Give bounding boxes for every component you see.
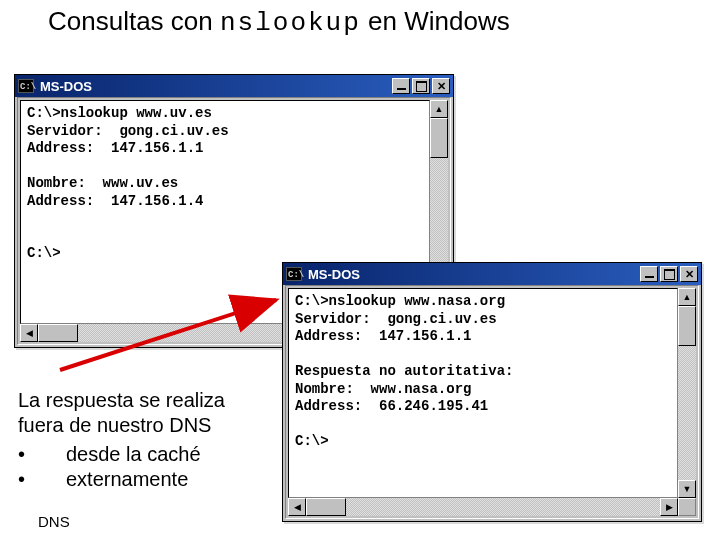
window-title: MS-DOS xyxy=(308,267,638,282)
scroll-up-button[interactable]: ▲ xyxy=(678,288,696,306)
scroll-down-button[interactable]: ▼ xyxy=(678,480,696,498)
title-segment: Consultas con xyxy=(48,6,220,36)
note-bullet: externamente xyxy=(18,467,278,492)
client-area: C:\>nslookup www.nasa.org Servidor: gong… xyxy=(285,285,699,519)
vertical-scrollbar[interactable]: ▲ ▼ xyxy=(678,288,696,498)
maximize-button[interactable] xyxy=(660,266,678,282)
console-output[interactable]: C:\>nslookup www.nasa.org Servidor: gong… xyxy=(288,288,678,498)
scroll-thumb[interactable] xyxy=(38,324,78,342)
horizontal-scrollbar[interactable]: ◀ ▶ xyxy=(288,498,678,516)
close-button[interactable] xyxy=(680,266,698,282)
slide-title: Consultas con nslookup en Windows xyxy=(48,6,510,38)
note-bullet: desde la caché xyxy=(18,442,278,467)
minimize-button[interactable] xyxy=(392,78,410,94)
note-line: fuera de nuestro DNS xyxy=(18,413,278,438)
note-line: La respuesta se realiza xyxy=(18,388,278,413)
scroll-track[interactable] xyxy=(306,498,660,516)
window-title: MS-DOS xyxy=(40,79,390,94)
console-icon: C:\ xyxy=(18,79,34,93)
scroll-thumb[interactable] xyxy=(678,306,696,346)
scroll-corner xyxy=(678,498,696,516)
scroll-left-button[interactable]: ◀ xyxy=(20,324,38,342)
scroll-track[interactable] xyxy=(678,306,696,480)
scroll-right-button[interactable]: ▶ xyxy=(660,498,678,516)
footer-label: DNS xyxy=(38,513,70,530)
console-icon: C:\ xyxy=(286,267,302,281)
titlebar[interactable]: C:\ MS-DOS xyxy=(283,263,701,285)
scroll-thumb[interactable] xyxy=(430,118,448,158)
annotation-text: La respuesta se realiza fuera de nuestro… xyxy=(18,388,278,492)
minimize-button[interactable] xyxy=(640,266,658,282)
maximize-button[interactable] xyxy=(412,78,430,94)
scroll-left-button[interactable]: ◀ xyxy=(288,498,306,516)
title-segment: en Windows xyxy=(361,6,510,36)
title-monospace: nslookup xyxy=(220,8,361,38)
scroll-up-button[interactable]: ▲ xyxy=(430,100,448,118)
titlebar[interactable]: C:\ MS-DOS xyxy=(15,75,453,97)
msdos-window-2: C:\ MS-DOS C:\>nslookup www.nasa.org Ser… xyxy=(282,262,702,522)
scroll-thumb[interactable] xyxy=(306,498,346,516)
close-button[interactable] xyxy=(432,78,450,94)
